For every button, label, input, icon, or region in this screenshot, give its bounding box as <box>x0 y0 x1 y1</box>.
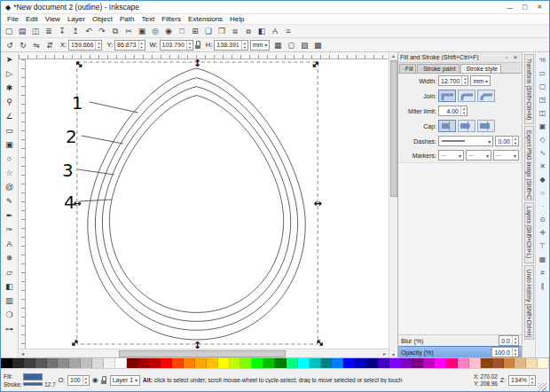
snap-grid-toggle[interactable]: # <box>537 266 549 279</box>
snap-text-baseline-toggle[interactable]: ⊤ <box>537 239 549 253</box>
group-icon[interactable]: ⧈ <box>229 26 241 37</box>
w-input[interactable]: 103.790▲▼ <box>160 40 193 51</box>
palette-swatch[interactable] <box>24 358 35 368</box>
palette-swatch[interactable] <box>287 358 298 368</box>
canvas[interactable]: 1 2 3 4 ↕ ↕ ↔ ↔ ↔ ↔ ↔ ↔ <box>26 59 389 349</box>
vertical-ruler[interactable] <box>19 59 26 349</box>
layer-visibility-icon[interactable]: ◉ <box>92 376 98 384</box>
import-icon[interactable]: ↧ <box>56 26 68 37</box>
flip-vertical-button[interactable]: ⇵ <box>43 39 56 51</box>
tool-rectangle[interactable]: ▭ <box>2 123 17 137</box>
dialog-close-button[interactable]: ✕ <box>511 54 520 60</box>
palette-swatch[interactable] <box>435 358 446 368</box>
layer-dropdown[interactable]: Layer 1▾ <box>110 375 140 386</box>
paste-icon[interactable]: ▣ <box>136 26 148 37</box>
palette-swatch[interactable] <box>127 358 138 368</box>
tool-spray[interactable]: ✵ <box>2 251 17 265</box>
snap-path-toggle[interactable]: ∿ <box>537 146 549 160</box>
palette-swatch[interactable] <box>526 358 538 368</box>
units-dropdown[interactable]: mm▾ <box>250 40 271 51</box>
master-opacity-input[interactable]: 100▲▼ <box>67 375 90 386</box>
menu-item[interactable]: Path <box>116 15 138 23</box>
palette-swatch[interactable] <box>218 358 230 368</box>
menu-item[interactable]: Filters <box>158 15 185 23</box>
tool-gradient[interactable]: ▥ <box>2 294 17 308</box>
dock-tab-transform[interactable]: Transform (Shift+Ctrl+M) <box>524 54 534 124</box>
snap-object-center-toggle[interactable]: ⊙ <box>537 213 549 226</box>
tool-zoom[interactable]: ⚲ <box>2 95 17 109</box>
palette-swatch[interactable] <box>275 358 287 368</box>
egg-outline-4[interactable] <box>109 96 283 313</box>
snap-guide-toggle[interactable]: ∥ <box>537 279 549 293</box>
marker-mid-dropdown[interactable]: —▾ <box>466 150 491 161</box>
resize-grip[interactable] <box>538 383 546 391</box>
tool-star[interactable]: ☆ <box>2 166 17 180</box>
y-input[interactable]: 86.873▲▼ <box>114 40 145 51</box>
scroll-up-icon[interactable]: ▴ <box>389 52 397 59</box>
palette-swatch[interactable] <box>252 358 263 368</box>
snap-midpoint-toggle[interactable]: ∙ <box>537 200 549 213</box>
palette-swatch[interactable] <box>172 358 184 368</box>
outline-label-1[interactable]: 1 <box>72 92 83 114</box>
menu-item[interactable]: Extensions <box>185 15 226 23</box>
redo-icon[interactable]: ↷ <box>96 26 108 37</box>
palette-swatch[interactable] <box>321 358 333 368</box>
vertical-scroll-thumb[interactable] <box>390 60 397 198</box>
close-button[interactable]: ✕ <box>532 2 547 13</box>
palette-swatch[interactable] <box>366 358 378 368</box>
join-bevel-button[interactable] <box>477 90 495 102</box>
palette-swatch[interactable] <box>195 358 207 368</box>
selection-handle-top[interactable]: ↕ <box>193 59 201 69</box>
snap-intersection-toggle[interactable]: ✕ <box>537 160 549 173</box>
palette-swatch[interactable] <box>481 358 492 368</box>
egg-outline-2[interactable] <box>95 78 297 331</box>
flip-horizontal-button[interactable]: ⇋ <box>30 39 43 51</box>
snap-page-border-toggle[interactable]: ▦ <box>537 253 549 266</box>
cut-icon[interactable]: ✂ <box>122 26 135 37</box>
palette-swatch[interactable] <box>12 358 24 368</box>
dialog-dock-button[interactable]: ▫ <box>502 55 511 60</box>
tool-dropper[interactable]: ❍ <box>2 308 17 322</box>
palette-swatch[interactable] <box>240 358 252 368</box>
marker-start-dropdown[interactable]: —▾ <box>438 150 464 161</box>
join-round-button[interactable] <box>458 90 475 102</box>
palette-swatch[interactable] <box>401 358 412 368</box>
affect-stroke-toggle[interactable]: ▦ <box>271 39 284 51</box>
tool-text[interactable]: A <box>2 237 17 251</box>
print-icon[interactable]: ≣ <box>43 26 55 37</box>
tab-stroke-paint[interactable]: Stroke paint <box>417 64 459 73</box>
vertical-scrollbar[interactable]: ▴ ▾ <box>389 52 397 357</box>
leader-line-3[interactable] <box>78 169 114 175</box>
tool-tweak[interactable]: ✱ <box>2 81 17 95</box>
snap-cusp-node-toggle[interactable]: ◆ <box>537 173 549 186</box>
clone-icon[interactable]: ❏ <box>202 26 215 37</box>
blur-input[interactable]: 0.0▲▼ <box>499 335 519 346</box>
palette-swatch[interactable] <box>458 358 469 368</box>
duplicate-icon[interactable]: ⊞ <box>189 26 201 37</box>
palette-swatch[interactable] <box>412 358 424 368</box>
snap-bbox-toggle[interactable]: ▭ <box>537 67 549 80</box>
stroke-color-swatch[interactable] <box>23 382 43 386</box>
snap-bbox-edge-mid-toggle[interactable]: ◫ <box>537 106 549 120</box>
palette-swatch[interactable] <box>81 358 92 368</box>
snap-enable-toggle[interactable]: % <box>537 53 549 67</box>
tool-3dbox[interactable]: ▣ <box>2 137 17 152</box>
menu-item[interactable]: Edit <box>22 15 42 23</box>
palette-swatch[interactable] <box>343 358 355 368</box>
tool-eraser[interactable]: ▱ <box>2 265 17 279</box>
tool-ellipse[interactable]: ○ <box>2 152 17 166</box>
scroll-down-icon[interactable]: ▾ <box>389 351 397 357</box>
affect-gradient-toggle[interactable]: ▨ <box>298 39 310 51</box>
dash-offset-input[interactable]: 0.00▲▼ <box>495 136 519 146</box>
outline-label-3[interactable]: 3 <box>62 160 74 181</box>
palette-swatch[interactable] <box>1 358 12 368</box>
palette-swatch[interactable] <box>389 358 401 368</box>
minimize-button[interactable]: — <box>502 2 517 13</box>
lock-ratio-icon[interactable] <box>195 41 201 49</box>
palette-swatch[interactable] <box>504 358 515 368</box>
palette-swatch[interactable] <box>69 358 81 368</box>
fill-stroke-dialog-icon[interactable]: ◧ <box>255 26 268 37</box>
snap-bbox-center-toggle[interactable]: ▣ <box>537 120 549 133</box>
egg-outline-3[interactable] <box>102 87 290 322</box>
cap-butt-button[interactable] <box>438 120 456 132</box>
